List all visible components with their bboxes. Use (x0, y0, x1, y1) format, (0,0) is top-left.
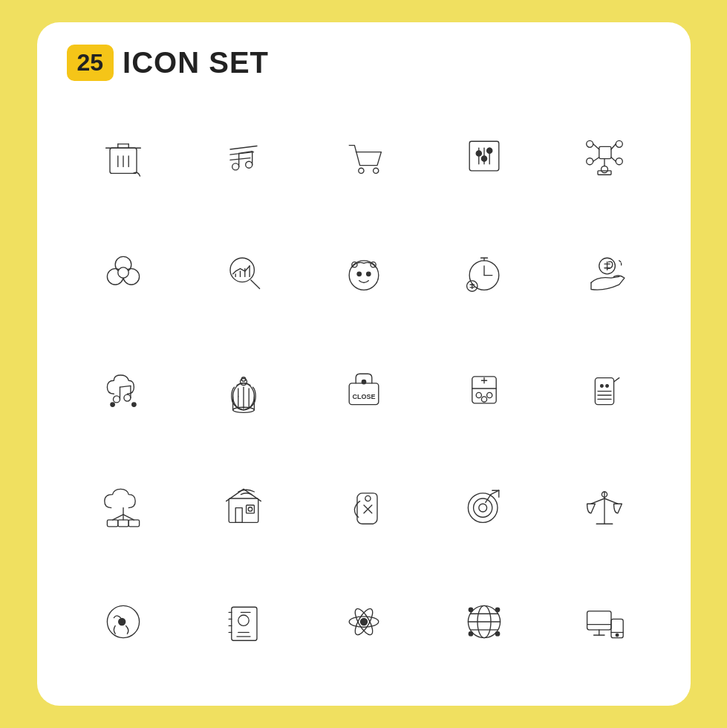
medicine-icon (428, 334, 541, 443)
devices-icon (548, 567, 661, 676)
shopping-cart-icon (307, 102, 420, 211)
network-icon (548, 102, 661, 211)
analytics-search-icon (187, 218, 300, 328)
cloud-music-icon (67, 334, 180, 443)
svg-point-22 (476, 151, 481, 156)
svg-point-147 (469, 631, 472, 635)
svg-line-8 (230, 146, 257, 150)
svg-point-65 (113, 396, 120, 403)
svg-point-91 (481, 397, 486, 402)
svg-line-116 (491, 490, 499, 494)
svg-rect-108 (246, 505, 254, 513)
atom-icon (307, 567, 420, 676)
svg-rect-103 (107, 520, 117, 527)
justice-icon (548, 451, 661, 560)
svg-point-126 (118, 618, 125, 625)
svg-line-31 (593, 144, 599, 149)
close-sign-icon: CLOSE (307, 334, 420, 443)
svg-point-139 (360, 618, 367, 625)
money-hand-icon (548, 218, 661, 328)
svg-point-29 (616, 158, 622, 165)
svg-point-24 (486, 148, 492, 153)
sliders-icon (428, 102, 541, 211)
target-icon (428, 451, 541, 560)
svg-line-32 (593, 157, 599, 161)
svg-rect-149 (587, 611, 610, 629)
svg-point-27 (586, 158, 593, 165)
header: 25 ICON SET (67, 45, 661, 81)
sperm-icon (67, 567, 180, 676)
svg-line-69 (120, 386, 130, 388)
globe-icon (428, 567, 541, 676)
seo-tag-icon (307, 451, 420, 560)
svg-line-42 (250, 280, 259, 289)
svg-point-109 (248, 507, 252, 511)
svg-point-155 (616, 634, 619, 637)
svg-point-83 (362, 380, 365, 384)
svg-point-115 (478, 504, 486, 512)
svg-point-98 (605, 385, 608, 388)
svg-point-71 (131, 403, 135, 406)
svg-rect-25 (599, 147, 610, 159)
svg-point-70 (110, 403, 114, 406)
svg-point-11 (232, 163, 238, 170)
svg-line-100 (112, 515, 123, 520)
svg-rect-107 (235, 508, 242, 523)
trash-icon (67, 102, 180, 211)
music-notes-icon (187, 102, 300, 211)
svg-point-23 (481, 156, 486, 161)
svg-line-93 (613, 378, 619, 382)
svg-point-145 (469, 608, 472, 611)
notebook-icon (187, 567, 300, 676)
svg-point-89 (476, 393, 481, 398)
svg-point-17 (373, 168, 378, 173)
svg-line-101 (123, 515, 134, 520)
svg-point-28 (616, 141, 622, 148)
badge-number: 25 (67, 45, 114, 81)
svg-point-48 (357, 272, 361, 276)
timer-money-icon (428, 218, 541, 328)
svg-text:CLOSE: CLOSE (352, 393, 375, 400)
svg-point-16 (358, 168, 363, 173)
svg-line-10 (230, 158, 250, 160)
svg-point-49 (366, 272, 370, 276)
svg-point-146 (495, 608, 499, 611)
cloud-network-icon (67, 451, 180, 560)
drink-icon (548, 334, 661, 443)
flower-icon (67, 218, 180, 328)
svg-point-90 (486, 393, 492, 398)
lantern-icon (187, 334, 300, 443)
svg-point-26 (586, 141, 593, 148)
svg-point-148 (495, 631, 499, 635)
svg-point-114 (473, 498, 492, 517)
svg-rect-105 (128, 520, 139, 527)
svg-point-113 (468, 493, 498, 523)
svg-line-122 (591, 498, 604, 504)
svg-point-97 (600, 385, 603, 388)
girl-face-icon (307, 218, 420, 328)
svg-point-12 (245, 161, 252, 168)
svg-line-34 (611, 157, 616, 161)
svg-point-40 (117, 267, 128, 278)
smart-home-icon (187, 451, 300, 560)
svg-rect-104 (117, 520, 128, 527)
svg-line-33 (611, 144, 616, 149)
svg-line-123 (604, 498, 618, 504)
main-card: 25 ICON SET (37, 22, 691, 706)
svg-point-110 (365, 495, 370, 501)
svg-point-66 (123, 395, 130, 402)
svg-point-132 (238, 615, 248, 625)
page-title: ICON SET (123, 46, 269, 79)
icon-grid: CLOSE (67, 102, 661, 676)
svg-point-30 (601, 166, 607, 173)
